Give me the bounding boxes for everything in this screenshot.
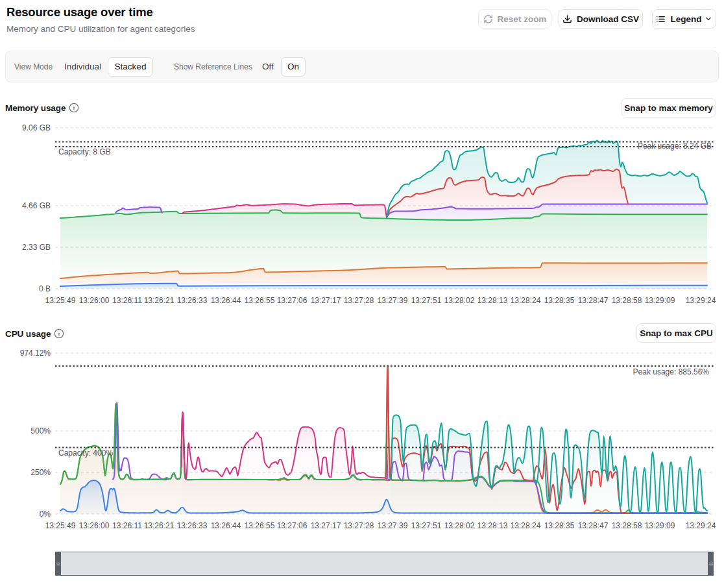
svg-text:13:26:00: 13:26:00	[79, 296, 110, 305]
svg-text:4.66 GB: 4.66 GB	[22, 201, 51, 210]
svg-text:0%: 0%	[40, 509, 51, 519]
svg-text:13:26:33: 13:26:33	[177, 296, 208, 305]
svg-text:13:29:24: 13:29:24	[686, 296, 716, 305]
svg-text:13:28:13: 13:28:13	[477, 296, 508, 305]
svg-text:13:28:58: 13:28:58	[612, 521, 642, 530]
svg-text:13:28:47: 13:28:47	[578, 296, 609, 305]
svg-text:13:27:17: 13:27:17	[311, 296, 341, 305]
svg-text:13:26:44: 13:26:44	[211, 296, 241, 305]
svg-text:13:28:35: 13:28:35	[544, 296, 575, 305]
svg-text:13:28:35: 13:28:35	[544, 521, 575, 530]
svg-text:13:28:58: 13:28:58	[612, 296, 642, 305]
svg-text:0 B: 0 B	[39, 284, 51, 293]
svg-text:13:29:24: 13:29:24	[686, 521, 716, 530]
svg-text:Capacity: 400%: Capacity: 400%	[58, 448, 113, 458]
svg-text:Peak usage: 885.56%: Peak usage: 885.56%	[633, 367, 710, 376]
svg-text:13:26:33: 13:26:33	[177, 521, 208, 530]
svg-text:13:25:49: 13:25:49	[45, 296, 76, 305]
svg-text:13:27:51: 13:27:51	[411, 521, 442, 530]
svg-text:13:29:09: 13:29:09	[645, 521, 675, 530]
svg-text:974.12%: 974.12%	[20, 349, 51, 358]
svg-text:13:28:47: 13:28:47	[578, 521, 609, 530]
svg-text:Capacity: 8 GB: Capacity: 8 GB	[58, 147, 111, 156]
svg-text:2.33 GB: 2.33 GB	[22, 243, 51, 252]
svg-text:13:27:39: 13:27:39	[378, 296, 408, 305]
svg-text:13:28:02: 13:28:02	[444, 521, 475, 530]
svg-text:13:27:17: 13:27:17	[311, 521, 341, 530]
svg-text:13:27:06: 13:27:06	[277, 296, 308, 305]
svg-text:13:27:28: 13:27:28	[344, 296, 374, 305]
svg-text:9.06 GB: 9.06 GB	[22, 123, 51, 132]
svg-text:13:28:02: 13:28:02	[444, 296, 475, 305]
svg-text:500%: 500%	[30, 426, 51, 435]
svg-text:13:26:21: 13:26:21	[144, 521, 175, 530]
svg-text:13:28:24: 13:28:24	[511, 296, 541, 305]
svg-text:13:27:06: 13:27:06	[277, 521, 308, 530]
svg-text:13:26:21: 13:26:21	[144, 296, 175, 305]
svg-text:13:26:00: 13:26:00	[79, 521, 110, 530]
svg-text:13:26:11: 13:26:11	[112, 521, 142, 530]
svg-text:13:26:11: 13:26:11	[112, 296, 142, 305]
svg-text:13:29:09: 13:29:09	[645, 296, 675, 305]
svg-text:13:28:13: 13:28:13	[477, 521, 508, 530]
svg-text:13:26:44: 13:26:44	[211, 521, 241, 530]
svg-text:13:26:55: 13:26:55	[245, 296, 275, 305]
svg-text:250%: 250%	[30, 468, 51, 477]
svg-text:13:27:51: 13:27:51	[411, 296, 442, 305]
svg-text:13:27:28: 13:27:28	[344, 521, 374, 530]
svg-text:13:25:49: 13:25:49	[45, 521, 76, 530]
svg-text:Peak usage: 8.24 GB: Peak usage: 8.24 GB	[638, 141, 712, 151]
svg-text:13:28:24: 13:28:24	[511, 521, 541, 530]
svg-text:13:27:39: 13:27:39	[378, 521, 408, 530]
svg-text:13:26:55: 13:26:55	[245, 521, 275, 530]
